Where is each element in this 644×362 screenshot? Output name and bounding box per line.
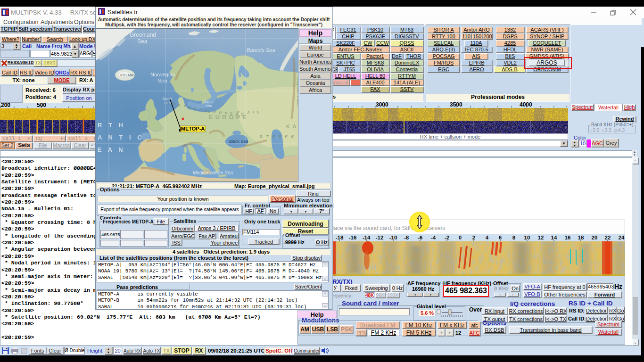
svg-text:0: 0 bbox=[459, 235, 462, 240]
svg-text:22: 22 bbox=[605, 235, 611, 240]
svg-text:8: 8 bbox=[512, 235, 516, 240]
svg-text:EUROPE: EUROPE bbox=[209, 114, 249, 121]
svg-text:12: 12 bbox=[538, 235, 544, 240]
svg-text:10: 10 bbox=[524, 235, 530, 240]
svg-text:Norwegian: Norwegian bbox=[150, 72, 175, 77]
svg-text:A N T I C: A N T I C bbox=[98, 134, 144, 141]
svg-text:6: 6 bbox=[499, 235, 502, 240]
svg-text:Sea: Sea bbox=[206, 104, 213, 108]
svg-text:S T E P P E: S T E P P E bbox=[260, 134, 295, 139]
svg-text:4: 4 bbox=[486, 235, 489, 240]
svg-text:Barents Sea: Barents Sea bbox=[247, 47, 275, 53]
svg-text:Mediterranean Sea: Mediterranean Sea bbox=[193, 170, 233, 175]
svg-text:Baltic: Baltic bbox=[204, 99, 214, 104]
svg-text:16: 16 bbox=[565, 235, 571, 240]
svg-text:K A Z: K A Z bbox=[286, 123, 298, 129]
svg-text:-6: -6 bbox=[418, 235, 422, 240]
svg-text:Black Sea: Black Sea bbox=[229, 139, 248, 144]
svg-text:-12: -12 bbox=[376, 235, 384, 240]
svg-text:ICELAND: ICELAND bbox=[120, 74, 134, 77]
svg-text:14: 14 bbox=[551, 235, 557, 240]
svg-text:18: 18 bbox=[578, 235, 584, 240]
svg-text:E A N: E A N bbox=[98, 146, 125, 153]
svg-text:-8: -8 bbox=[404, 235, 409, 240]
svg-text:Sea: Sea bbox=[158, 78, 167, 83]
svg-text:24: 24 bbox=[619, 235, 625, 240]
svg-text:-10: -10 bbox=[389, 235, 397, 240]
svg-text:Greenland: Greenland bbox=[130, 32, 156, 38]
svg-text:Sea: Sea bbox=[137, 38, 148, 45]
svg-text:-16: -16 bbox=[349, 235, 357, 240]
svg-text:-14: -14 bbox=[363, 235, 371, 240]
svg-text:R T H: R T H bbox=[98, 122, 125, 129]
svg-text:2: 2 bbox=[472, 235, 475, 240]
svg-text:20: 20 bbox=[592, 235, 598, 240]
svg-text:-2: -2 bbox=[445, 235, 449, 240]
svg-text:-4: -4 bbox=[431, 235, 436, 240]
svg-text:-18: -18 bbox=[336, 235, 344, 240]
svg-text:METOP-A: METOP-A bbox=[181, 126, 205, 132]
